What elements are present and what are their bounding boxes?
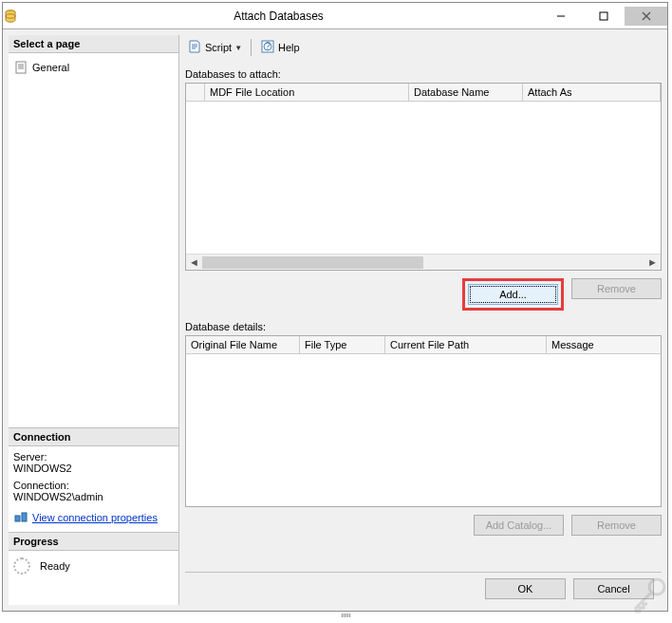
script-icon — [187, 39, 202, 56]
col-rowheader — [186, 84, 205, 101]
help-icon: ? — [260, 39, 275, 56]
col-attach-as[interactable]: Attach As — [523, 84, 661, 101]
scroll-right-icon[interactable]: ► — [644, 255, 661, 271]
server-value: WINDOWS2 — [13, 463, 174, 474]
svg-rect-11 — [22, 513, 27, 521]
progress-header: Progress — [9, 532, 178, 551]
svg-rect-10 — [15, 516, 20, 521]
attach-databases-dialog: Attach Databases Select a page General C… — [2, 2, 668, 612]
help-label: Help — [278, 42, 300, 53]
titlebar[interactable]: Attach Databases — [3, 3, 667, 29]
database-details-grid[interactable]: Original File Name File Type Current Fil… — [185, 335, 662, 507]
attach-label: Databases to attach: — [185, 66, 662, 83]
col-database-name[interactable]: Database Name — [409, 84, 523, 101]
resize-grip[interactable] — [336, 614, 355, 617]
attach-grid-header: MDF File Location Database Name Attach A… — [186, 84, 661, 102]
attach-grid-body[interactable] — [186, 102, 661, 254]
script-label: Script — [205, 42, 232, 53]
minimize-button[interactable] — [539, 7, 582, 26]
toolbar: Script ▼ ? Help — [185, 35, 662, 66]
view-connection-link[interactable]: View connection properties — [32, 512, 158, 523]
script-button[interactable]: Script ▼ — [187, 39, 242, 56]
key-watermark-icon — [630, 576, 668, 615]
remove-details-button: Remove — [571, 515, 662, 536]
help-button[interactable]: ? Help — [260, 39, 300, 56]
progress-status: Ready — [40, 560, 70, 572]
scroll-left-icon[interactable]: ◄ — [186, 255, 202, 271]
remove-attach-button: Remove — [571, 278, 662, 299]
progress-ring-icon — [13, 557, 30, 575]
close-button[interactable] — [625, 7, 667, 26]
ok-button[interactable]: OK — [485, 578, 566, 599]
attach-grid-scrollbar[interactable]: ◄ ► — [186, 254, 661, 270]
details-label: Database details: — [185, 318, 662, 335]
page-general[interactable]: General — [13, 58, 174, 77]
databases-to-attach-grid[interactable]: MDF File Location Database Name Attach A… — [185, 83, 662, 271]
svg-rect-6 — [16, 62, 26, 73]
window-title: Attach Databases — [18, 9, 539, 23]
dialog-footer: OK Cancel — [185, 572, 662, 605]
details-grid-body[interactable] — [186, 354, 661, 506]
add-button[interactable]: Add... — [468, 284, 558, 305]
col-message[interactable]: Message — [547, 336, 661, 353]
add-button-highlight: Add... — [462, 278, 564, 311]
toolbar-divider — [251, 39, 252, 56]
connection-value: WINDOWS2\admin — [13, 491, 174, 502]
server-label: Server: — [13, 451, 174, 463]
page-icon — [13, 60, 28, 75]
scroll-thumb[interactable] — [202, 256, 423, 269]
database-icon — [3, 9, 18, 24]
svg-text:?: ? — [265, 40, 271, 51]
progress-status-row: Ready — [13, 556, 174, 576]
main-pane: Script ▼ ? Help Databases to attach: MDF… — [179, 29, 667, 611]
view-connection-properties[interactable]: View connection properties — [13, 508, 174, 527]
chevron-down-icon[interactable]: ▼ — [234, 44, 242, 52]
connection-header: Connection — [9, 427, 178, 446]
maximize-button[interactable] — [582, 7, 625, 26]
select-page-header: Select a page — [9, 35, 178, 53]
sidebar: Select a page General Connection Server:… — [9, 35, 179, 605]
col-orig-name[interactable]: Original File Name — [186, 336, 300, 353]
col-current-path[interactable]: Current File Path — [385, 336, 547, 353]
properties-icon — [13, 510, 28, 525]
page-label: General — [32, 62, 69, 73]
col-file-type[interactable]: File Type — [300, 336, 385, 353]
col-mdf-location[interactable]: MDF File Location — [205, 84, 409, 101]
details-grid-header: Original File Name File Type Current Fil… — [186, 336, 661, 354]
connection-label: Connection: — [13, 480, 174, 491]
add-catalog-button: Add Catalog... — [474, 515, 564, 536]
svg-rect-3 — [600, 12, 607, 20]
svg-point-15 — [649, 579, 664, 595]
